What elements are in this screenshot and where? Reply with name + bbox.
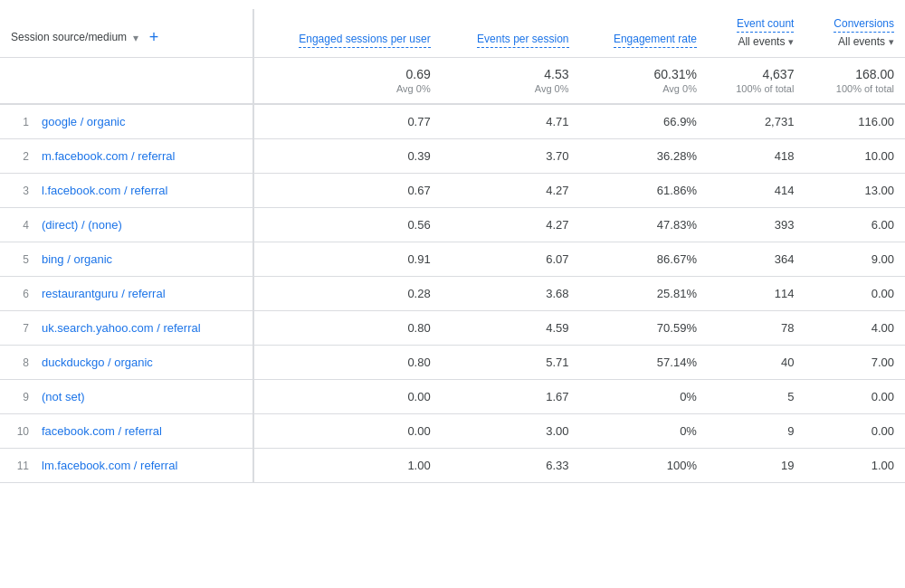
data-cell-col3: 66.9% <box>580 104 708 139</box>
source-link[interactable]: uk.search.yahoo.com / referral <box>42 321 201 335</box>
data-cell-col4: 78 <box>708 310 805 345</box>
data-cell-col1: 0.56 <box>253 207 442 242</box>
col-header-engaged-sessions: Engaged sessions per user <box>253 9 442 57</box>
data-cell-col5: 7.00 <box>805 345 905 379</box>
data-cell-col3: 0% <box>580 413 708 448</box>
conversions-link[interactable]: Conversions <box>834 16 894 33</box>
source-cell: 8duckduckgo / organic <box>0 345 253 379</box>
row-number: 4 <box>11 219 29 232</box>
data-cell-col5: 10.00 <box>805 138 905 173</box>
source-cell: 1google / organic <box>0 104 253 139</box>
data-cell-col2: 6.07 <box>442 242 580 276</box>
avg-col1-cell: 0.69 Avg 0% <box>253 57 442 104</box>
table-row: 9(not set)0.001.670%50.00 <box>0 379 905 413</box>
source-link[interactable]: (direct) / (none) <box>42 218 122 232</box>
data-cell-col5: 0.00 <box>805 379 905 413</box>
data-cell-col2: 4.59 <box>442 310 580 345</box>
source-link[interactable]: m.facebook.com / referral <box>42 149 175 163</box>
data-cell-col4: 40 <box>708 345 805 379</box>
source-cell: 9(not set) <box>0 379 253 413</box>
avg-col4-cell: 4,637 100% of total <box>708 57 805 104</box>
source-link[interactable]: restaurantguru / referral <box>42 287 166 300</box>
data-cell-col1: 0.39 <box>253 138 442 173</box>
avg-engaged-sessions-value: 0.69 <box>265 67 431 81</box>
row-number: 9 <box>11 391 29 403</box>
data-cell-col1: 0.91 <box>253 242 442 276</box>
data-cell-col1: 0.00 <box>253 379 442 413</box>
source-cell: 2m.facebook.com / referral <box>0 138 253 173</box>
avg-conversions-value: 168.00 <box>815 67 894 81</box>
conversions-dropdown-icon: ▾ <box>889 35 894 49</box>
table-row: 1google / organic0.774.7166.9%2,731116.0… <box>0 104 905 139</box>
source-link[interactable]: duckduckgo / organic <box>42 356 153 369</box>
data-cell-col3: 47.83% <box>580 207 708 242</box>
table-row: 4(direct) / (none)0.564.2747.83%3936.00 <box>0 207 905 242</box>
row-number: 2 <box>11 150 29 163</box>
data-cell-col1: 1.00 <box>253 448 442 482</box>
source-cell: 11lm.facebook.com / referral <box>0 448 253 482</box>
data-cell-col4: 2,731 <box>708 104 805 139</box>
source-cell: 4(direct) / (none) <box>0 207 253 242</box>
data-cell-col4: 393 <box>708 207 805 242</box>
avg-engagement-rate-sub: Avg 0% <box>591 83 697 94</box>
events-per-session-link[interactable]: Events per session <box>477 32 568 48</box>
data-cell-col2: 3.70 <box>442 138 580 173</box>
conversions-dropdown[interactable]: All events ▾ <box>838 34 894 50</box>
data-cell-col1: 0.77 <box>253 104 442 139</box>
col-header-event-count: Event count All events ▾ <box>708 9 805 57</box>
source-link[interactable]: lm.facebook.com / referral <box>42 459 177 472</box>
source-link[interactable]: facebook.com / referral <box>42 424 162 438</box>
table-row: 8duckduckgo / organic0.805.7157.14%407.0… <box>0 345 905 379</box>
data-cell-col4: 5 <box>708 379 805 413</box>
source-cell: 5bing / organic <box>0 242 253 276</box>
avg-events-per-session-value: 4.53 <box>452 67 569 81</box>
data-cell-col5: 0.00 <box>805 276 905 310</box>
data-cell-col1: 0.28 <box>253 276 442 310</box>
event-count-dropdown[interactable]: All events ▾ <box>738 34 794 50</box>
data-cell-col3: 70.59% <box>580 310 708 345</box>
data-cell-col3: 57.14% <box>580 345 708 379</box>
source-link[interactable]: (not set) <box>42 390 85 403</box>
data-cell-col4: 414 <box>708 173 805 207</box>
event-count-link[interactable]: Event count <box>737 16 794 33</box>
data-cell-col5: 0.00 <box>805 413 905 448</box>
data-cell-col3: 86.67% <box>580 242 708 276</box>
data-cell-col1: 0.80 <box>253 345 442 379</box>
data-cell-col2: 5.71 <box>442 345 580 379</box>
data-cell-col2: 3.00 <box>442 413 580 448</box>
table-row: 11lm.facebook.com / referral1.006.33100%… <box>0 448 905 482</box>
table-row: 10facebook.com / referral0.003.000%90.00 <box>0 413 905 448</box>
avg-engagement-rate-value: 60.31% <box>591 67 697 81</box>
source-medium-label: Session source/medium <box>11 31 127 43</box>
source-cell: 6restaurantguru / referral <box>0 276 253 310</box>
col-header-source: Session source/medium ▾ + <box>0 9 253 57</box>
engagement-rate-link[interactable]: Engagement rate <box>614 32 697 48</box>
source-link[interactable]: bing / organic <box>42 252 112 266</box>
avg-col2-cell: 4.53 Avg 0% <box>442 57 580 104</box>
data-cell-col4: 9 <box>708 413 805 448</box>
filter-icon[interactable]: ▾ <box>133 31 138 46</box>
row-number: 5 <box>11 253 29 266</box>
row-number: 11 <box>11 460 29 472</box>
source-link[interactable]: l.facebook.com / referral <box>42 184 167 197</box>
avg-event-count-sub: 100% of total <box>719 83 795 94</box>
averages-row: 0.69 Avg 0% 4.53 Avg 0% 60.31% Avg 0% 4,… <box>0 57 905 104</box>
data-cell-col3: 0% <box>580 379 708 413</box>
row-number: 3 <box>11 185 29 197</box>
data-cell-col4: 114 <box>708 276 805 310</box>
avg-events-per-session-sub: Avg 0% <box>452 83 569 94</box>
table-row: 3l.facebook.com / referral0.674.2761.86%… <box>0 173 905 207</box>
avg-conversions-sub: 100% of total <box>815 83 894 94</box>
engaged-sessions-link[interactable]: Engaged sessions per user <box>299 32 430 48</box>
source-link[interactable]: google / organic <box>42 115 126 128</box>
table-row: 5bing / organic0.916.0786.67%3649.00 <box>0 242 905 276</box>
add-dimension-button[interactable]: + <box>149 26 159 49</box>
source-cell: 3l.facebook.com / referral <box>0 173 253 207</box>
event-count-dropdown-icon: ▾ <box>788 35 794 49</box>
avg-engaged-sessions-sub: Avg 0% <box>265 83 431 94</box>
source-cell: 10facebook.com / referral <box>0 413 253 448</box>
table-row: 7uk.search.yahoo.com / referral0.804.597… <box>0 310 905 345</box>
data-cell-col2: 3.68 <box>442 276 580 310</box>
data-cell-col4: 364 <box>708 242 805 276</box>
row-number: 7 <box>11 322 29 335</box>
